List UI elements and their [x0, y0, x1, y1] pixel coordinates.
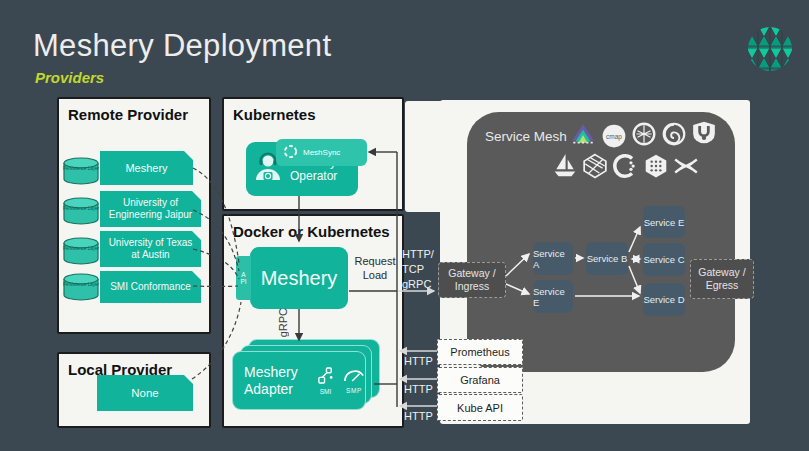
gateway-ingress-box: Gateway / Ingress: [438, 262, 506, 298]
meshsync-icon: [283, 144, 298, 161]
meshery-logo-icon: [746, 25, 794, 73]
database-cylinder-icon: Persistence Layer: [62, 237, 100, 265]
provider-item-jaipur: University of Engineering Jaipur: [100, 191, 201, 227]
grpc-label: gRPC: [277, 308, 289, 337]
cmap-circle-logo-icon: cmap: [601, 123, 627, 149]
prometheus-box: Prometheus: [437, 339, 523, 365]
smi-icon: SMI: [317, 367, 334, 395]
service-c-box: Service C: [643, 243, 685, 276]
kubernetes-title: Kubernetes: [233, 106, 316, 123]
remote-provider-title: Remote Provider: [68, 106, 188, 123]
service-e-bottom-box: Service E: [533, 280, 573, 313]
meshery-api-tab: API: [236, 256, 251, 300]
page-title: Meshery Deployment: [33, 28, 331, 64]
database-cylinder-icon: Persistence Layer: [62, 157, 100, 185]
hex-dots-logo-icon: [643, 153, 669, 179]
swirl-logo-icon: [661, 121, 687, 147]
protocol-label: HTTP/ TCP gRPC: [402, 247, 434, 292]
service-mesh-box: Service Mesh cmap: [467, 112, 735, 372]
provider-item-meshery: Meshery: [100, 151, 193, 185]
origami-flame-logo-icon: [570, 121, 596, 147]
knot-x-logo-icon: [673, 153, 699, 179]
istio-sailboat-logo-icon: [552, 153, 578, 179]
service-d-box: Service D: [643, 283, 685, 316]
kube-api-box: Kube API: [437, 394, 523, 421]
smp-icon: SMP: [343, 368, 365, 394]
database-cylinder-icon: Persistence Layer: [62, 273, 100, 301]
request-load-label: Request Load: [353, 254, 397, 282]
service-e-top-box: Service E: [643, 206, 685, 238]
provider-item-smi: SMI Conformance: [100, 271, 201, 303]
http-label: HTTP: [404, 354, 433, 369]
gateway-egress-box: Gateway / Egress: [690, 259, 754, 299]
provider-item-none: None: [97, 375, 193, 411]
meshery-adapter-label: Meshery Adapter: [233, 364, 315, 398]
service-b-box: Service B: [586, 242, 628, 275]
meshery-core-box: Meshery: [250, 247, 348, 309]
database-cylinder-icon: Persistence Layer: [62, 197, 100, 225]
c-dots-logo-icon: [612, 153, 638, 179]
meshery-adapter-box: Meshery Adapter SMI SMP: [232, 351, 366, 410]
docker-kubernetes-title: Docker or Kubernetes: [233, 223, 390, 240]
svg-text:cmap: cmap: [606, 133, 622, 141]
service-a-box: Service A: [533, 242, 573, 275]
mesh-ring-logo-icon: [631, 121, 657, 147]
page-subtitle: Providers: [35, 69, 104, 86]
shield-u-logo-icon: [691, 120, 717, 146]
provider-item-texas: University of Texas at Austin: [100, 231, 201, 267]
meshsync-box: MeshSync: [276, 139, 367, 166]
grafana-box: Grafana: [437, 367, 523, 393]
meshsync-label: MeshSync: [303, 148, 340, 157]
http-label: HTTP: [404, 409, 433, 424]
hatched-cube-logo-icon: [582, 153, 608, 179]
http-label: HTTP: [404, 382, 433, 397]
service-mesh-title: Service Mesh: [485, 129, 567, 144]
